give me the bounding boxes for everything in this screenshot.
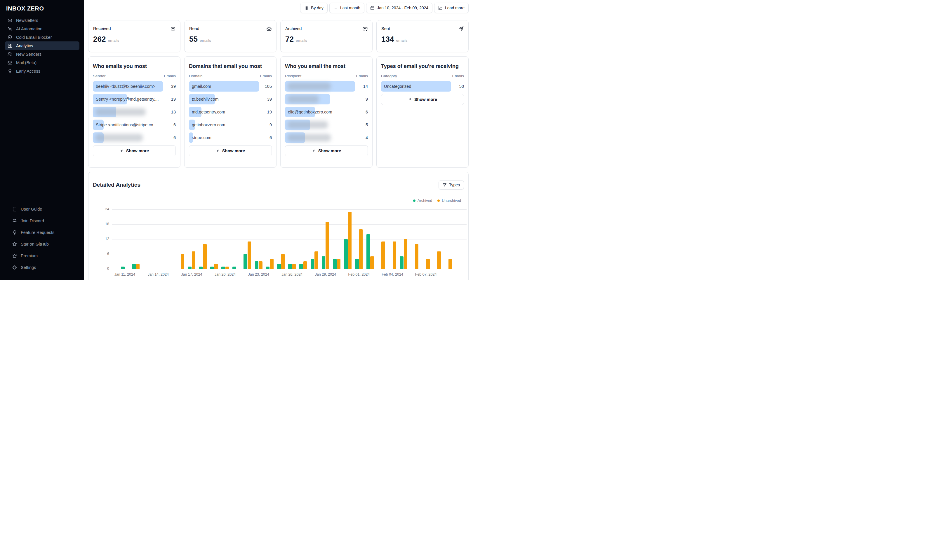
sidebar-item-newsletters[interactable]: Newsletters bbox=[5, 16, 79, 25]
mail-open-icon bbox=[267, 26, 272, 31]
sidebar-item-label: Settings bbox=[21, 265, 36, 270]
show-more-label: Show more bbox=[414, 97, 437, 102]
column-header: Category bbox=[381, 74, 397, 78]
stat-value: 72 bbox=[285, 35, 294, 44]
legend-dot bbox=[413, 200, 415, 202]
x-axis-tick-label: Feb 01, 2024 bbox=[345, 272, 373, 277]
panels-row: Who emails you mostSenderEmailsbeehiiv <… bbox=[88, 56, 469, 168]
chart-bar-unarchived-feb-09-2024 bbox=[449, 259, 452, 269]
stat-unit: emails bbox=[296, 38, 307, 43]
chart-gridline bbox=[112, 254, 466, 254]
chart-bar-archived-feb-05-2024 bbox=[400, 256, 403, 269]
app-window: INBOX ZERO NewslettersAI AutomationCold … bbox=[0, 0, 473, 280]
y-axis-tick-label: 6 bbox=[93, 252, 109, 256]
chevrons-down-icon bbox=[120, 149, 123, 152]
table-row: 6 bbox=[93, 132, 176, 143]
sidebar-item-join-discord[interactable]: Join Discord bbox=[9, 217, 75, 225]
redacted-label bbox=[287, 83, 331, 90]
legend-dot bbox=[437, 200, 440, 202]
types-filter-label: Types bbox=[449, 183, 460, 187]
sidebar-nav: NewslettersAI AutomationCold Email Block… bbox=[0, 16, 84, 75]
y-axis-tick-label: 18 bbox=[93, 222, 109, 226]
chart-line-icon bbox=[438, 6, 443, 10]
chart-bar-unarchived-jan-26-2024 bbox=[292, 264, 296, 269]
row-label: beehiiv <buzz@tx.beehiiv.com> bbox=[96, 81, 155, 92]
chart-bar-archived-feb-02-2024 bbox=[366, 234, 370, 269]
detailed-analytics-title: Detailed Analytics bbox=[93, 182, 140, 188]
sidebar-item-ai-automation[interactable]: AI Automation bbox=[5, 25, 79, 33]
stat-value: 55 bbox=[189, 35, 198, 44]
show-more-button[interactable]: Show more bbox=[189, 145, 272, 156]
row-label: Uncategorized bbox=[384, 81, 411, 92]
stats-row: Received262emailsRead55emailsArchived72e… bbox=[88, 20, 469, 56]
app-logo: INBOX ZERO bbox=[0, 0, 84, 12]
shield-check-icon bbox=[8, 35, 12, 40]
gear-icon bbox=[12, 265, 17, 270]
row-value: 9 bbox=[355, 97, 368, 102]
row-value: 14 bbox=[355, 84, 368, 89]
sidebar-item-cold-email-blocker[interactable]: Cold Email Blocker bbox=[5, 33, 79, 42]
chart-bar-unarchived-feb-05-2024 bbox=[404, 239, 407, 269]
sidebar-item-label: Analytics bbox=[16, 43, 33, 48]
chart-bar-archived-jan-25-2024 bbox=[277, 264, 281, 269]
toolbar-button-jan-10-2024-feb-09-2024[interactable]: Jan 10, 2024 - Feb 09, 2024 bbox=[366, 3, 432, 13]
x-axis-tick-label: Jan 17, 2024 bbox=[177, 272, 205, 277]
chart-bar-unarchived-feb-01-2024 bbox=[359, 229, 363, 269]
chart-bar-unarchived-jan-25-2024 bbox=[281, 254, 285, 269]
calendar-icon bbox=[370, 6, 375, 10]
toolbar-button-load-more[interactable]: Load more bbox=[434, 3, 469, 13]
panel-types-of-email-you-re-receiving: Types of email you're receivingCategoryE… bbox=[377, 56, 469, 168]
table-row: 9 bbox=[285, 94, 368, 105]
table-row: elie@getinboxzero.com6 bbox=[285, 107, 368, 117]
table-row: Uncategorized50 bbox=[381, 81, 464, 92]
detailed-analytics-header: Detailed Analytics Types bbox=[93, 180, 464, 190]
chart-bar-unarchived-jan-19-2024 bbox=[214, 264, 218, 269]
column-header: Sender bbox=[93, 74, 106, 78]
sidebar-item-premium[interactable]: Premium bbox=[9, 251, 75, 260]
chart-bar-archived-jan-17-2024 bbox=[188, 266, 191, 269]
y-axis-tick-label: 24 bbox=[93, 207, 109, 211]
show-more-button[interactable]: Show more bbox=[285, 145, 368, 156]
row-label: md.getsentry.com bbox=[192, 107, 225, 117]
y-axis-tick-label: 12 bbox=[93, 237, 109, 241]
legend-item-unarchived: Unarchived bbox=[437, 198, 461, 203]
sidebar-item-user-guide[interactable]: User Guide bbox=[9, 205, 75, 213]
chart-bar-archived-feb-01-2024 bbox=[355, 259, 359, 269]
panel-who-emails-you-most: Who emails you mostSenderEmailsbeehiiv <… bbox=[88, 56, 181, 168]
redacted-label bbox=[95, 134, 143, 142]
x-axis-tick-label: Jan 29, 2024 bbox=[312, 272, 340, 277]
sidebar-item-settings[interactable]: Settings bbox=[9, 263, 75, 272]
row-value: 19 bbox=[259, 110, 272, 114]
show-more-button[interactable]: Show more bbox=[93, 145, 176, 156]
sidebar-item-early-access[interactable]: Early Access bbox=[5, 67, 79, 75]
table-row: stripe.com6 bbox=[189, 132, 272, 143]
detailed-analytics-card: Detailed Analytics Types ArchivedUnarchi… bbox=[88, 172, 469, 280]
panel-title: Domains that email you most bbox=[189, 63, 272, 70]
toolbar-button-label: Last month bbox=[340, 6, 360, 10]
chart-bar-archived-jan-30-2024 bbox=[333, 259, 336, 269]
show-more-button[interactable]: Show more bbox=[381, 94, 464, 105]
chart-bar-unarchived-jan-16-2024 bbox=[181, 254, 185, 269]
sidebar-item-analytics[interactable]: Analytics bbox=[5, 42, 79, 50]
chart-bar-unarchived-jan-20-2024 bbox=[225, 266, 229, 269]
sidebar-item-new-senders[interactable]: New Senders bbox=[5, 50, 79, 58]
chart-bar-unarchived-jan-22-2024 bbox=[248, 242, 252, 269]
column-header: Emails bbox=[356, 74, 368, 78]
stat-title: Sent bbox=[381, 26, 390, 31]
toolbar-button-by-day[interactable]: By day bbox=[300, 3, 327, 13]
sidebar-item-mail-beta[interactable]: Mail (Beta) bbox=[5, 58, 79, 67]
row-value: 9 bbox=[259, 123, 272, 127]
redacted-label bbox=[95, 108, 146, 116]
sidebar-item-label: Star on GitHub bbox=[21, 242, 49, 246]
toolbar-button-label: By day bbox=[311, 6, 324, 10]
toolbar-button-last-month[interactable]: Last month bbox=[329, 3, 364, 13]
chart-bar-archived-jan-24-2024 bbox=[266, 266, 270, 269]
types-filter-button[interactable]: Types bbox=[438, 180, 464, 189]
chart-bar-unarchived-feb-03-2024 bbox=[381, 242, 385, 269]
chart-bar-archived-jan-18-2024 bbox=[199, 266, 203, 269]
sidebar-item-star-on-github[interactable]: Star on GitHub bbox=[9, 240, 75, 248]
sidebar-item-feature-requests[interactable]: Feature Requests bbox=[9, 228, 75, 237]
funnel-icon bbox=[443, 183, 447, 187]
panel-title: Who you email the most bbox=[285, 63, 368, 70]
stat-card-received: Received262emails bbox=[88, 20, 181, 52]
